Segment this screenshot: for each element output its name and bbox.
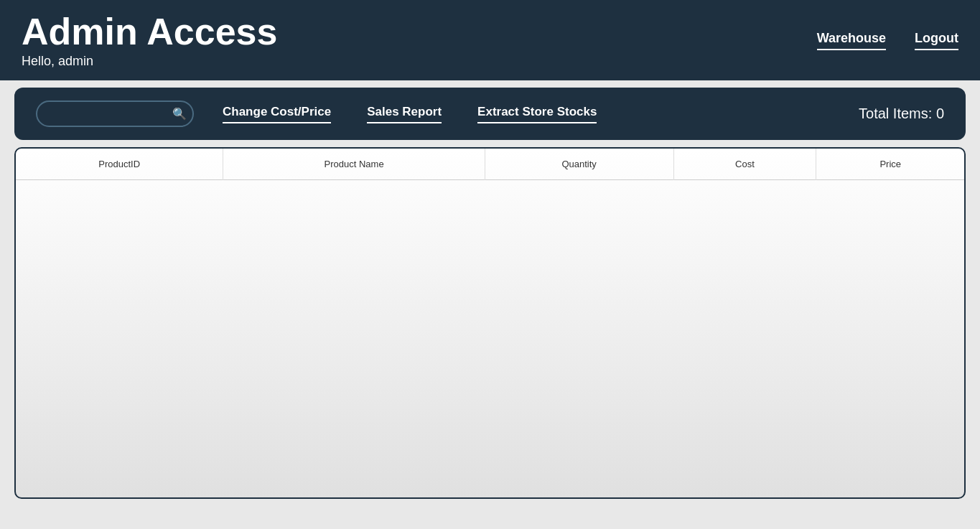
toolbar: 🔍 Change Cost/Price Sales Report Extract… bbox=[14, 88, 966, 140]
table-header-row: ProductID Product Name Quantity Cost Pri… bbox=[16, 149, 964, 180]
page-title: Admin Access bbox=[22, 11, 277, 52]
tab-sales-report[interactable]: Sales Report bbox=[367, 105, 442, 123]
tab-extract-store-stocks[interactable]: Extract Store Stocks bbox=[477, 105, 597, 123]
data-table: ProductID Product Name Quantity Cost Pri… bbox=[16, 149, 964, 496]
tab-change-cost-price[interactable]: Change Cost/Price bbox=[223, 105, 331, 123]
search-input[interactable] bbox=[36, 100, 194, 127]
col-cost: Cost bbox=[673, 149, 816, 180]
col-quantity: Quantity bbox=[485, 149, 673, 180]
col-price: Price bbox=[816, 149, 964, 180]
header-subtitle: Hello, admin bbox=[22, 54, 277, 69]
header-nav: Warehouse Logout bbox=[817, 31, 958, 50]
table-container: ProductID Product Name Quantity Cost Pri… bbox=[14, 147, 966, 499]
header: Admin Access Hello, admin Warehouse Logo… bbox=[0, 0, 980, 80]
total-items-value: 0 bbox=[936, 106, 944, 121]
col-product-id: ProductID bbox=[16, 149, 223, 180]
header-left: Admin Access Hello, admin bbox=[22, 11, 277, 69]
search-container: 🔍 bbox=[36, 100, 194, 127]
toolbar-tabs: Change Cost/Price Sales Report Extract S… bbox=[223, 105, 830, 123]
total-items-label: Total Items: bbox=[859, 106, 936, 121]
table-body bbox=[16, 180, 964, 496]
total-items-display: Total Items: 0 bbox=[859, 106, 944, 122]
col-product-name: Product Name bbox=[223, 149, 485, 180]
logout-nav-link[interactable]: Logout bbox=[915, 31, 958, 50]
table-header: ProductID Product Name Quantity Cost Pri… bbox=[16, 149, 964, 180]
warehouse-nav-link[interactable]: Warehouse bbox=[817, 31, 886, 50]
